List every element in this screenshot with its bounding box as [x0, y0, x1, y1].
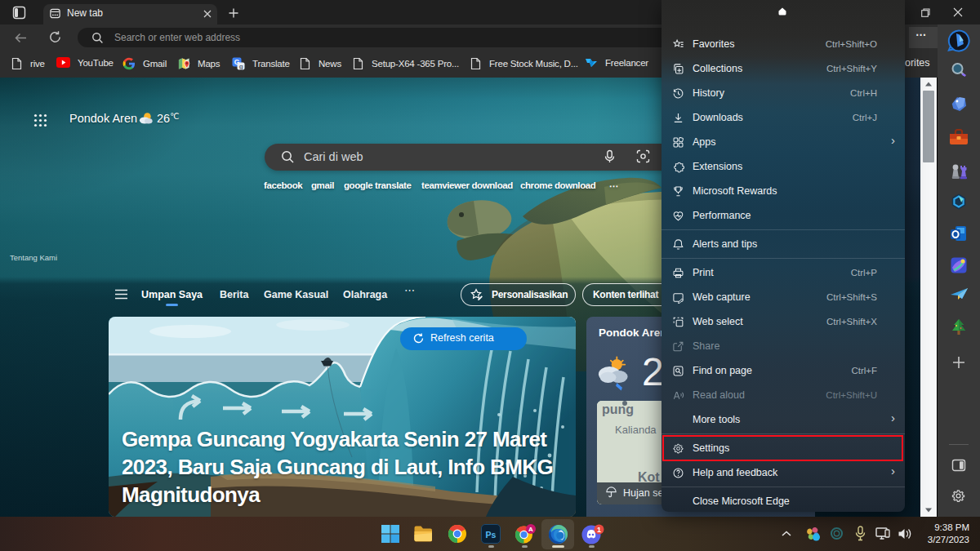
- svg-text:A: A: [528, 526, 533, 533]
- svg-text:g: g: [239, 63, 243, 70]
- svg-text:pung: pung: [602, 402, 634, 416]
- svg-text:1: 1: [597, 526, 601, 534]
- svg-text:Kalianda: Kalianda: [615, 424, 657, 436]
- svg-text:Ps: Ps: [486, 530, 497, 540]
